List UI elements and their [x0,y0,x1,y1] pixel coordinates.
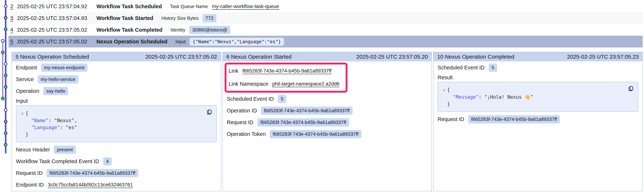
event-id: 2 [8,3,17,9]
detail-field: Nexus Headerpresent [16,144,217,156]
event-row[interactable]: 22025-02-25 UTC 23:57:04.92Workflow Task… [8,0,643,12]
code-token: "Name" [31,118,48,123]
event-timeline-graph [0,0,8,193]
annotation-highlight-box: Linkf665283f-743e-4374-b45b-9a61a89337ff… [225,63,348,93]
event-name: Nexus Operation Scheduled [96,39,168,45]
timeline-dot[interactable] [4,108,8,112]
panel-header: 6 Nexus Operation Started2025-02-25 UTC … [223,52,432,61]
event-id-link[interactable]: 4 [10,27,13,33]
code-token: : "¡Hola! Nexus 👋" [478,94,534,100]
panel-body: Endpointmy-nexus-endpointServicemy-hello… [12,61,221,193]
detail-field: Workflow Task Completed Event ID4 [16,156,217,167]
code-line: ∨{ [26,110,212,117]
panel-body: Linkf665283f-743e-4374-b45b-9a61a89337ff… [223,61,432,142]
event-detail-panel: 10 Nexus Operation Completed2025-02-25 U… [433,52,643,191]
timeline-dot[interactable] [4,16,8,19]
panel-header: 5 Nexus Operation Scheduled2025-02-25 UT… [12,52,221,61]
event-id: 5 [8,39,17,45]
value-link[interactable]: phil-target-namespace2.a2dd6 [272,81,340,87]
code-token: } [26,132,28,137]
detail-field: Endpointmy-nexus-endpoint [16,62,217,73]
event-detail-label: History Size Bytes [161,15,198,21]
event-id-link[interactable]: 2 [10,3,13,9]
event-detail-panel: 5 Nexus Operation Scheduled2025-02-25 UT… [12,52,221,191]
field-label: Endpoint [16,65,37,71]
json-code-block: ∨{"Name": "Nexus","Language": "es"} [16,105,217,142]
copy-button[interactable] [206,109,213,116]
field-label: Operation Token [227,131,266,137]
value-badge: say-hello [43,87,68,95]
value-badge: 772 [203,14,216,22]
value-badge: f665283f-743e-4374-b45b-9a61a89337ff [270,130,362,138]
field-label: Request ID [438,116,464,122]
panel-timestamp: 2025-02-25 UTC 23:57:05.23 [567,54,639,60]
timeline-dot[interactable] [4,28,8,31]
value-badge: my-nexus-endpoint [41,63,88,72]
detail-field: Endpoint ID3c0c75ccfa8144b092c13ce632463… [16,179,217,191]
field-label: Service [16,76,34,82]
value-link[interactable]: f665283f-743e-4374-b45b-9a61a89337ff [242,68,332,74]
field-label: Request ID [227,119,254,125]
value-badge: f665283f-743e-4374-b45b-9a61a89337ff [468,115,560,123]
value-link[interactable]: my-caller-workflow-task-queue [212,4,279,9]
timeline-dot[interactable] [4,4,8,8]
field-label: Link Namespace [229,81,268,87]
event-id: 4 [8,27,17,33]
timeline-dot[interactable] [4,120,8,123]
value-badge: {"Name":"Nexus","Language":"es"} [190,38,284,46]
code-token: : "Nexus", [48,118,77,123]
field-label: Scheduled Event ID [227,96,274,102]
code-token: } [447,101,450,107]
detail-field: Linkf665283f-743e-4374-b45b-9a61a89337ff [229,64,340,77]
collapse-chevron-icon[interactable]: ∨ [21,110,26,117]
value-badge: present [54,146,76,154]
event-row[interactable]: 52025-02-25 UTC 23:57:05.02Nexus Operati… [8,36,643,47]
event-row[interactable]: 42025-02-25 UTC 23:57:05.02Workflow Task… [8,24,643,36]
value-link[interactable]: 3c0c75ccfa8144b092c13ce632463761 [48,182,133,188]
copy-button[interactable] [627,85,634,92]
field-label: Input [16,97,217,105]
event-timestamp: 2025-02-25 UTC 23:57:04.93 [17,15,96,21]
collapse-chevron-icon[interactable]: ∨ [443,87,447,94]
event-id: 3 [8,15,17,21]
json-code-block: ∨{"Message": "¡Hola! Nexus 👋"} [438,82,638,112]
timeline-dot[interactable] [1,97,4,100]
event-list: 22025-02-25 UTC 23:57:04.92Workflow Task… [8,0,643,47]
event-name: Workflow Task Scheduled [96,3,162,9]
event-id-link[interactable]: 5 [10,39,13,44]
field-label: Link [229,68,238,74]
copy-icon [206,109,213,116]
code-line: ∨{ [447,86,633,94]
timeline-dot[interactable] [1,51,4,54]
timeline-dot[interactable] [4,85,8,89]
panel-timestamp: 2025-02-25 UTC 23:57:05.20 [356,54,428,60]
value-badge: f665283f-743e-4374-b45b-9a61a89337ff [261,107,352,115]
field-label: Operation [16,88,39,94]
value-badge: 5 [278,95,286,103]
field-label: Result [438,73,638,81]
event-name: Workflow Task Started [96,15,153,21]
field-label: Endpoint ID [16,182,44,188]
field-label: Scheduled Event ID [438,65,484,71]
timeline-dot[interactable] [4,143,8,147]
code-token: "Language" [31,125,60,130]
detail-field: Request IDf665283f-743e-4374-b45b-9a61a8… [227,116,428,128]
event-row[interactable]: 32025-02-25 UTC 23:57:04.93Workflow Task… [8,12,643,24]
code-line: } [26,131,212,138]
timeline-dot[interactable] [4,62,8,66]
panel-title: 6 Nexus Operation Started [226,54,292,60]
timeline-dot[interactable] [1,39,4,43]
event-detail-label: Input [176,39,186,44]
timeline-dot[interactable] [4,74,8,77]
field-label: Nexus Header [16,147,50,153]
code-line: "Language": "es" [26,124,212,131]
value-badge: f665283f-743e-4374-b45b-9a61a89337ff [46,169,138,177]
detail-field: Operation IDf665283f-743e-4374-b45b-9a61… [227,105,428,116]
detail-field: Servicemy-hello-service [16,73,217,85]
event-id-link[interactable]: 3 [10,15,13,21]
field-label: Workflow Task Completed Event ID [16,158,99,165]
timeline-dot[interactable] [4,132,8,135]
detail-field: Request IDf665283f-743e-4374-b45b-9a61a8… [438,113,638,125]
event-timestamp: 2025-02-25 UTC 23:57:05.02 [17,39,96,45]
detail-field: Scheduled Event ID5 [227,93,428,105]
